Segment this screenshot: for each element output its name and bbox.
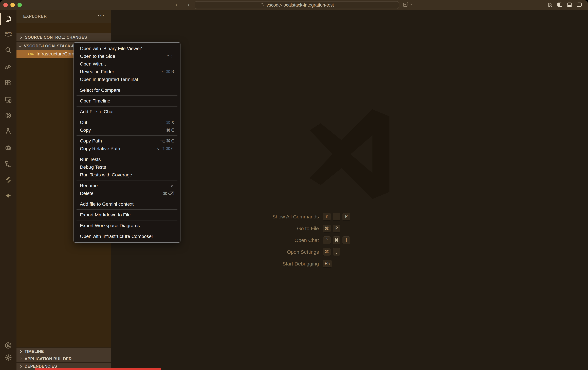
activity-bar-item-openai[interactable] [2, 110, 14, 122]
menu-item-copy[interactable]: Copy⌘C [74, 126, 180, 134]
menu-item-copy-relative-path[interactable]: Copy Relative Path⌥⇧⌘C [74, 145, 180, 153]
menu-item-cut[interactable]: Cut⌘X [74, 119, 180, 126]
openai-icon [4, 111, 12, 120]
activity-bar-item-account[interactable] [2, 340, 14, 352]
menu-item-label: Open With... [80, 61, 175, 67]
keycap: ⌘ [323, 248, 331, 256]
active-item-indicator [0, 13, 1, 25]
shortcut-label: Open Settings [202, 249, 319, 255]
shortcut-label: Open Chat [202, 237, 319, 243]
keycap: , [333, 248, 340, 256]
menu-item-shortcut: ⌥⌘R [160, 69, 175, 74]
menu-item-export-markdown-to-file[interactable]: Export Markdown to File [74, 211, 180, 219]
menu-item-label: Reveal in Finder [80, 69, 160, 74]
keycap: ⌃ [323, 236, 331, 244]
remote-explorer-icon [4, 96, 12, 104]
activity-bar: aws [0, 10, 17, 370]
menu-item-label: Cut [80, 120, 166, 125]
toggle-primary-sidebar-icon[interactable] [557, 2, 563, 7]
menu-item-label: Copy [80, 128, 166, 133]
keycap: ⇧ [323, 213, 331, 221]
toggle-panel-icon[interactable] [567, 2, 573, 7]
activity-bar-item-gemini[interactable] [2, 190, 14, 202]
activity-bar-item-extensions[interactable] [2, 78, 14, 90]
menu-item-label: Add File to Chat [80, 109, 175, 114]
menu-separator [76, 117, 178, 117]
menu-item-label: Rename... [80, 183, 170, 188]
red-progress-bar [35, 368, 161, 370]
layout-control-dropdown[interactable] [403, 2, 412, 8]
menu-item-run-tests-with-coverage[interactable]: Run Tests with Coverage [74, 171, 180, 179]
menu-item-reveal-in-finder[interactable]: Reveal in Finder⌥⌘R [74, 68, 180, 76]
keycap: ⌘ [323, 225, 331, 232]
activity-bar-item-infrastructure-composer[interactable] [2, 159, 14, 170]
activity-bar-item-aws[interactable]: aws [2, 28, 14, 40]
section-application-builder[interactable]: APPLICATION BUILDER [17, 355, 111, 363]
keycap: P [333, 225, 340, 232]
gemini-icon [5, 192, 12, 200]
navigate-forward-button[interactable]: → [185, 1, 190, 9]
minimize-window-button[interactable] [10, 3, 15, 7]
menu-separator [76, 106, 178, 107]
sidebar-header: EXPLORER ··· [17, 10, 111, 23]
menu-item-label: Open with Infrastructure Composer [80, 234, 175, 239]
menu-item-label: Delete [80, 191, 163, 196]
chevron-right-icon [19, 350, 23, 353]
watermark-shortcuts: Show All Commands⇧⌘PGo to File⌘POpen Cha… [202, 211, 358, 270]
menu-item-open-with[interactable]: Open With... [74, 60, 180, 68]
zoom-window-button[interactable] [18, 3, 22, 7]
menu-separator [76, 154, 178, 154]
activity-bar-item-remote-explorer[interactable] [2, 94, 14, 106]
menu-item-run-tests[interactable]: Run Tests [74, 156, 180, 163]
menu-item-add-file-to-gemini-context[interactable]: Add file to Gemini context [74, 200, 180, 208]
menu-item-open-to-the-side[interactable]: Open to the Side⌃⏎ [74, 52, 180, 60]
menu-item-rename[interactable]: Rename...⏎ [74, 182, 180, 190]
navigate-back-button[interactable]: ← [175, 1, 180, 9]
chevron-right-icon [19, 35, 23, 40]
activity-bar-item-localstack[interactable] [2, 174, 14, 186]
activity-bar-item-testing[interactable] [2, 126, 14, 138]
menu-item-open-timeline[interactable]: Open Timeline [74, 97, 180, 105]
menu-separator [76, 220, 178, 220]
watermark-shortcut-row: Open Settings⌘, [202, 246, 358, 258]
context-menu: Open with 'Binary File Viewer'Open to th… [74, 42, 180, 243]
activity-bar-item-settings[interactable] [2, 352, 14, 364]
menu-item-label: Export Workspace Diagrams [80, 223, 175, 228]
command-center-search[interactable]: vscode-localstack-integration-test [195, 1, 399, 9]
yaml-file-icon: YML [28, 52, 34, 56]
section-source-control[interactable]: SOURCE CONTROL: CHANGES [17, 33, 111, 42]
activity-bar-item-search[interactable] [2, 45, 14, 57]
menu-item-shortcut: ⌥⌘C [160, 139, 175, 143]
menu-item-copy-path[interactable]: Copy Path⌥⌘C [74, 137, 180, 145]
menu-item-open-with-binary-file-viewer[interactable]: Open with 'Binary File Viewer' [74, 45, 180, 52]
chevron-down-icon [410, 3, 412, 7]
section-timeline[interactable]: TIMELINE [17, 348, 111, 355]
menu-item-export-workspace-diagrams[interactable]: Export Workspace Diagrams [74, 222, 180, 230]
toggle-secondary-sidebar-icon[interactable] [576, 2, 582, 7]
menu-item-open-with-infrastructure-composer[interactable]: Open with Infrastructure Composer [74, 232, 180, 240]
close-window-button[interactable] [3, 3, 8, 7]
menu-item-select-for-compare[interactable]: Select for Compare [74, 86, 180, 94]
menu-separator [76, 135, 178, 136]
titlebar-right-actions [547, 2, 582, 7]
menu-item-delete[interactable]: Delete⌘⌫ [74, 190, 180, 197]
menu-item-shortcut: ⌥⇧⌘C [156, 146, 175, 151]
explorer-icon [4, 14, 12, 23]
more-actions-icon[interactable]: ··· [98, 12, 105, 19]
menu-separator [76, 85, 178, 85]
activity-bar-item-robot[interactable] [2, 142, 14, 154]
vscode-watermark-logo [301, 108, 402, 200]
menu-item-debug-tests[interactable]: Debug Tests [74, 163, 180, 171]
layout-control-icon [403, 2, 408, 8]
watermark-shortcut-row: Go to File⌘P [202, 223, 358, 234]
activity-bar-item-explorer[interactable] [2, 13, 14, 25]
menu-item-label: Open with 'Binary File Viewer' [80, 46, 175, 51]
chevron-down-icon [18, 44, 22, 48]
keycap: ⌘ [333, 236, 340, 244]
customize-layout-icon[interactable] [547, 2, 553, 7]
activity-bar-item-run-and-debug[interactable] [2, 61, 14, 73]
menu-separator [76, 199, 178, 199]
menu-item-label: Copy Relative Path [80, 146, 156, 151]
menu-item-open-in-integrated-terminal[interactable]: Open in Integrated Terminal [74, 76, 180, 83]
menu-item-add-file-to-chat[interactable]: Add File to Chat [74, 108, 180, 116]
